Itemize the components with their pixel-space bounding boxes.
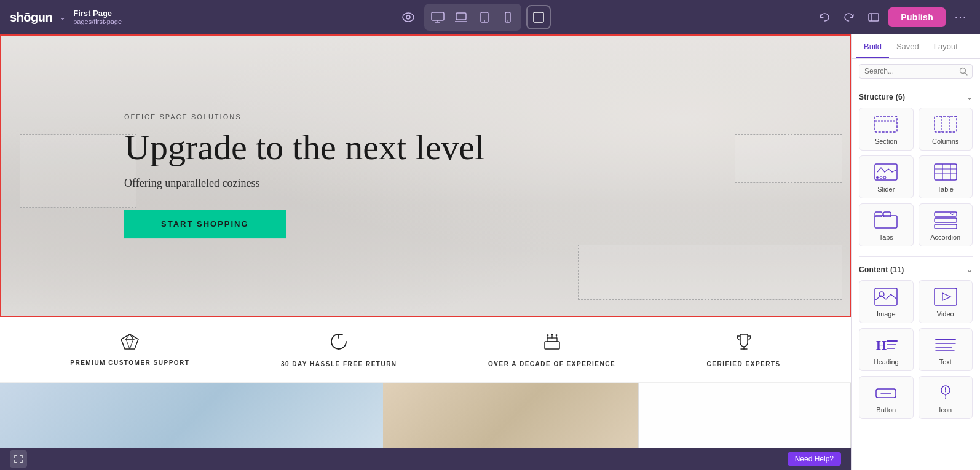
svg-rect-50 [935,224,957,229]
component-accordion[interactable]: Accordion [919,203,973,246]
component-tabs[interactable]: Tabs [859,203,914,246]
svg-marker-54 [942,293,950,300]
feature-label-experts: CERIFIED EXPERTS [707,361,781,367]
redo-button[interactable] [839,7,859,27]
hero-section: OFFICE SPACE SOLUTIONS Upgrade to the ne… [0,34,851,317]
tab-build[interactable]: Build [856,34,889,58]
hero-cta-button[interactable]: START SHOPPING [124,210,286,238]
bottom-right-panel [638,383,851,456]
section-label: Section [875,138,898,145]
heading-icon: H [874,335,898,354]
bottom-preview-section [0,383,851,456]
svg-line-18 [130,339,133,349]
component-slider[interactable]: Slider [859,155,914,198]
component-search-input[interactable] [859,64,973,79]
table-label: Table [938,186,954,193]
svg-rect-31 [875,116,897,132]
undo-button[interactable] [815,7,834,27]
page-path: pages/first-page [73,18,122,26]
content-component-grid: Image Video H [852,278,980,424]
search-icon [959,67,968,76]
svg-point-0 [403,13,414,22]
component-table[interactable]: Table [919,155,973,198]
square-view-button[interactable] [526,5,551,29]
panel-tabs: Build Saved Layout [852,34,980,59]
svg-rect-20 [547,338,557,342]
svg-rect-19 [545,342,559,349]
hero-content: OFFICE SPACE SOLUTIONS Upgrade to the ne… [124,113,484,238]
button-icon [874,383,898,402]
content-section: Content (11) ⌄ Image [852,257,980,429]
table-icon [933,162,958,182]
svg-text:H: H [876,337,887,353]
component-heading[interactable]: H Heading [859,328,914,371]
svg-point-8 [484,20,485,22]
canvas-area[interactable]: OFFICE SPACE SOLUTIONS Upgrade to the ne… [0,34,851,470]
panel-search-area [852,59,980,84]
text-label: Text [939,358,952,366]
publish-button[interactable]: Publish [888,7,946,27]
content-section-header[interactable]: Content (11) ⌄ [852,262,980,278]
tabs-label: Tabs [879,233,893,241]
desktop-view-button[interactable] [427,6,449,28]
need-help-button[interactable]: Need Help? [788,452,841,466]
expand-button[interactable] [10,450,27,468]
tab-layout[interactable]: Layout [927,34,965,58]
component-section[interactable]: Section [859,108,914,151]
feature-item-return: 30 DAY HASSLE FREE RETURN [281,332,397,367]
logo: shōgun [10,10,52,25]
svg-rect-11 [534,12,543,22]
component-image[interactable]: Image [859,280,914,323]
structure-component-grid: Section Columns [852,105,980,251]
svg-point-24 [547,334,548,336]
svg-point-67 [945,391,946,393]
center-controls [140,4,807,31]
svg-rect-53 [935,288,957,305]
slider-icon [874,162,898,182]
text-icon [933,335,958,354]
mobile-view-button[interactable] [497,6,519,28]
image-icon [874,287,898,307]
icon-component-icon [933,383,958,402]
svg-point-25 [551,334,553,335]
component-text[interactable]: Text [919,328,973,371]
bottom-status-bar: Need Help? [0,448,851,470]
svg-marker-15 [126,334,133,339]
svg-point-38 [880,176,882,179]
columns-icon [933,114,958,134]
tablet-view-button[interactable] [473,6,496,28]
structure-section-header[interactable]: Structure (6) ⌄ [852,89,980,105]
tab-saved[interactable]: Saved [889,34,927,58]
logo-area: shōgun ⌄ First Page pages/first-page [10,9,133,26]
component-icon-element[interactable]: Icon [919,376,973,419]
back-button[interactable] [864,7,883,27]
laptop-view-button[interactable] [450,6,472,28]
svg-marker-14 [121,334,138,349]
svg-rect-5 [456,13,466,20]
page-info: First Page pages/first-page [73,9,122,26]
topbar: shōgun ⌄ First Page pages/first-page [0,0,980,34]
features-bar: PREMIUM CUSTOMER SUPPORT 30 DAY HASSLE F… [0,317,851,383]
component-columns[interactable]: Columns [919,108,973,151]
feature-item-support: PREMIUM CUSTOMER SUPPORT [70,333,189,366]
svg-line-17 [126,339,130,349]
trophy-icon [735,332,753,356]
tabs-icon [874,210,898,230]
structure-chevron-icon: ⌄ [966,93,973,101]
hero-label: OFFICE SPACE SOLUTIONS [124,113,484,120]
component-video[interactable]: Video [919,280,973,323]
preview-button[interactable] [397,6,419,28]
component-button[interactable]: Button [859,376,914,419]
device-group [424,4,521,31]
svg-rect-40 [935,164,957,180]
button-label: Button [876,406,896,413]
diamond-icon [120,333,140,354]
heading-label: Heading [874,358,899,366]
columns-label: Columns [932,138,958,145]
feature-item-experience: OVER A DECADE OF EXPERIENCE [488,332,615,367]
video-label: Video [937,310,954,318]
svg-rect-49 [935,218,957,222]
svg-rect-47 [883,212,891,217]
more-options-button[interactable]: ⋯ [950,7,970,27]
chevron-down-icon: ⌄ [60,13,66,22]
